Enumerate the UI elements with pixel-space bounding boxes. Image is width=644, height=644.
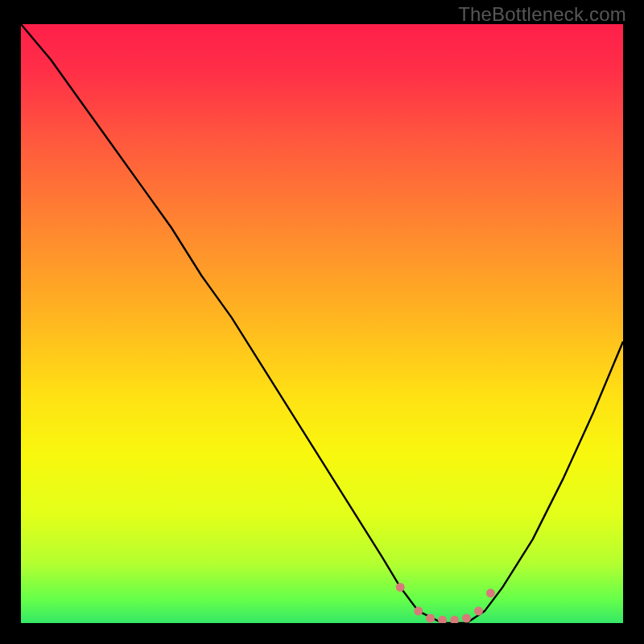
optimal-marker [396,583,405,592]
optimal-marker [438,616,447,623]
optimal-marker [486,588,495,597]
optimal-marker [426,614,435,623]
optimal-marker [414,607,423,616]
optimal-marker [474,607,483,616]
watermark-text: TheBottleneck.com [458,3,626,26]
optimal-marker [450,616,459,623]
optimal-marker [462,614,471,623]
bottleneck-curve [21,24,623,623]
optimal-range-markers [396,583,495,623]
chart-frame: TheBottleneck.com [0,0,644,644]
plot-area [21,24,623,623]
curve-layer [21,24,623,623]
